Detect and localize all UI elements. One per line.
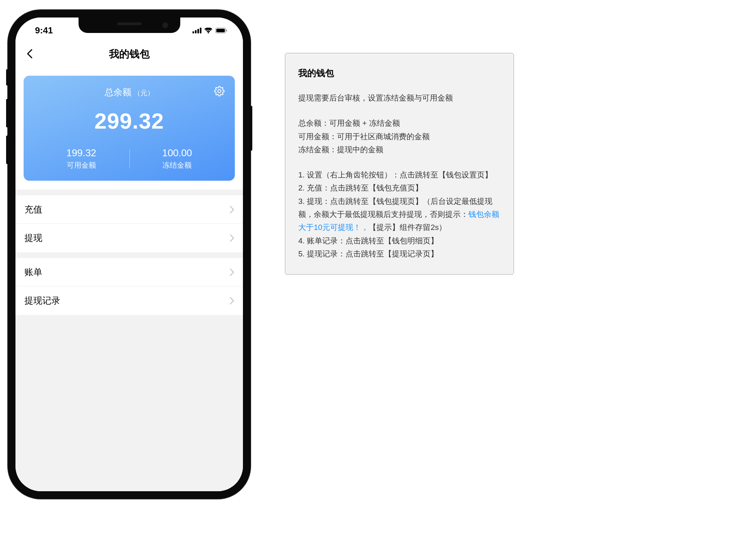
content-area: 总余额 （元） 299.32 199.32: [15, 68, 243, 491]
phone-side-button: [6, 69, 8, 85]
balance-split: 199.32 可用金额 100.00 冻结金额: [33, 147, 225, 170]
notch-camera: [162, 22, 168, 28]
battery-icon: [215, 28, 227, 33]
list-item-label: 充值: [24, 203, 42, 216]
wifi-icon: [204, 28, 212, 33]
status-time: 9:41: [35, 25, 53, 36]
settings-button[interactable]: [214, 85, 225, 97]
withdraw-log-item[interactable]: 提现记录: [15, 287, 243, 315]
chevron-right-icon: [230, 297, 234, 304]
frozen-balance-value: 100.00: [129, 147, 225, 159]
annotation-title: 我的钱包: [298, 67, 501, 79]
frozen-balance-col: 100.00 冻结金额: [129, 147, 225, 170]
chevron-right-icon: [230, 234, 234, 242]
notch-speaker: [117, 22, 142, 25]
annotation-def-line: 总余额：可用金额 + 冻结金额: [298, 117, 501, 130]
list-item-label: 提现记录: [24, 295, 60, 307]
svg-rect-6: [226, 29, 227, 31]
svg-rect-1: [195, 30, 197, 33]
annotation-step: 4. 账单记录：点击跳转至【钱包明细页】: [298, 234, 501, 247]
phone-side-button: [6, 136, 8, 164]
annotation-body: 提现需要后台审核，设置冻结金额与可用金额 总余额：可用金额 + 冻结金额 可用金…: [298, 92, 501, 260]
annotation-step: 3. 提现：点击跳转至【钱包提现页】（后台设定最低提现额，余额大于最低提现额后支…: [298, 195, 501, 234]
balance-title-unit: （元）: [133, 88, 154, 98]
annotation-def-line: 可用金额：可用于社区商城消费的金额: [298, 130, 501, 143]
frozen-balance-label: 冻结金额: [129, 160, 225, 170]
available-balance-label: 可用金额: [33, 160, 129, 170]
available-balance-value: 199.32: [33, 147, 129, 159]
recharge-item[interactable]: 充值: [15, 195, 243, 224]
balance-amount: 299.32: [33, 108, 225, 133]
phone-side-button: [6, 99, 8, 127]
annotation-step-text: 3. 提现：点击跳转至【钱包提现页】（后台设定最低提现额，余额大于最低提现额后支…: [298, 197, 492, 219]
annotation-intro: 提现需要后台审核，设置冻结金额与可用金额: [298, 92, 501, 105]
back-button[interactable]: [24, 48, 36, 60]
annotation-step: 5. 提现记录：点击跳转至【提现记录页】: [298, 247, 501, 260]
withdraw-item[interactable]: 提现: [15, 224, 243, 252]
chevron-left-icon: [27, 49, 33, 59]
page-title: 我的钱包: [109, 47, 150, 61]
phone-notch: [79, 18, 180, 33]
menu-group-1: 充值 提现: [15, 195, 243, 252]
balance-title-text: 总余额: [105, 86, 131, 98]
phone-frame: 9:41: [8, 10, 250, 499]
bill-item[interactable]: 账单: [15, 258, 243, 287]
svg-rect-2: [197, 29, 199, 33]
chevron-right-icon: [230, 269, 234, 276]
phone-side-button: [250, 106, 252, 151]
status-icons: [192, 28, 227, 33]
svg-rect-0: [192, 31, 194, 33]
available-balance-col: 199.32 可用金额: [33, 147, 129, 170]
annotation-step: 1. 设置（右上角齿轮按钮）：点击跳转至【钱包设置页】: [298, 168, 501, 182]
nav-bar: 我的钱包: [15, 40, 243, 68]
signal-icon: [192, 28, 201, 33]
phone-screen: 9:41: [15, 18, 243, 491]
svg-rect-3: [200, 28, 201, 33]
svg-rect-5: [216, 28, 225, 32]
annotation-steps: 1. 设置（右上角齿轮按钮）：点击跳转至【钱包设置页】 2. 充值：点击跳转至【…: [298, 168, 501, 260]
annotation-step-text: 【提示】组件存留2s）: [369, 223, 446, 232]
gear-icon: [214, 86, 225, 96]
balance-header: 总余额 （元）: [33, 86, 225, 98]
annotation-panel: 我的钱包 提现需要后台审核，设置冻结金额与可用金额 总余额：可用金额 + 冻结金…: [285, 53, 514, 275]
balance-title: 总余额 （元）: [105, 86, 154, 98]
balance-card: 总余额 （元） 299.32 199.32: [24, 76, 235, 181]
balance-card-wrapper: 总余额 （元） 299.32 199.32: [15, 68, 243, 190]
annotation-def-line: 冻结金额：提现中的金额: [298, 143, 501, 156]
list-item-label: 账单: [24, 266, 42, 278]
list-item-label: 提现: [24, 232, 42, 244]
annotation-definitions: 总余额：可用金额 + 冻结金额 可用金额：可用于社区商城消费的金额 冻结金额：提…: [298, 117, 501, 156]
annotation-step: 2. 充值：点击跳转至【钱包充值页】: [298, 182, 501, 195]
chevron-right-icon: [230, 206, 234, 213]
menu-group-2: 账单 提现记录: [15, 258, 243, 315]
